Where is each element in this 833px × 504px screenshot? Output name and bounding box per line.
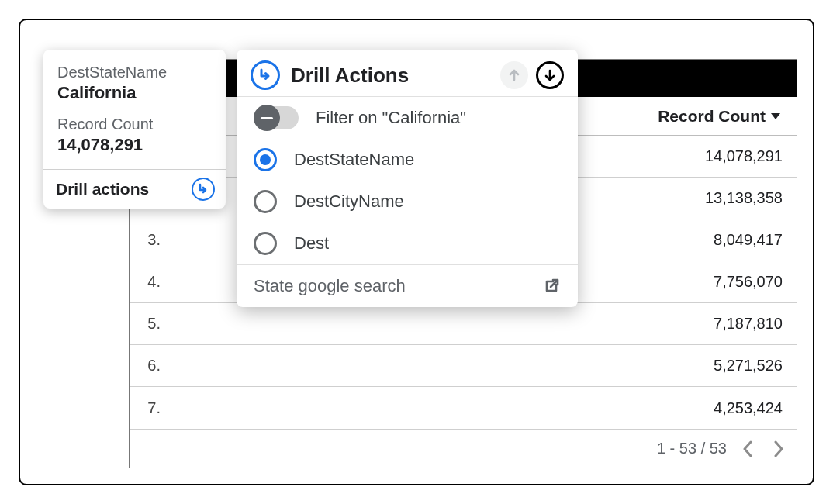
table-row[interactable]: 5. 7,187,810	[130, 303, 797, 345]
row-value: 4,253,424	[714, 399, 797, 417]
drill-option-label: DestCityName	[294, 192, 404, 212]
column-header-label: Record Count	[658, 107, 766, 126]
drill-option-label: Dest	[294, 233, 329, 254]
row-index: 7.	[130, 399, 165, 417]
radio-unselected-icon[interactable]	[254, 190, 277, 213]
column-header-record-count[interactable]: Record Count	[658, 107, 797, 126]
drill-panel-title: Drill Actions	[291, 64, 409, 88]
open-external-icon	[542, 277, 561, 295]
tooltip-field-value: 14,078,291	[57, 135, 212, 155]
tooltip-field-value: California	[57, 83, 212, 103]
sort-desc-icon	[770, 112, 781, 120]
row-value: 8,049,417	[714, 231, 797, 249]
external-link-label: State google search	[254, 276, 406, 296]
row-value: 14,078,291	[705, 147, 797, 165]
page-status: 1 - 53 / 53	[657, 440, 727, 457]
drill-actions-label: Drill actions	[56, 180, 149, 198]
filter-toggle-option[interactable]: Filter on "California"	[237, 97, 578, 139]
drill-down-button[interactable]	[536, 61, 564, 89]
drill-radio-option[interactable]: DestCityName	[237, 181, 578, 223]
radio-selected-icon[interactable]	[254, 148, 277, 171]
radio-unselected-icon[interactable]	[254, 232, 277, 255]
row-index: 6.	[130, 357, 165, 375]
next-page-icon[interactable]	[773, 440, 784, 457]
drill-option-label: DestStateName	[294, 150, 414, 170]
drill-radio-option[interactable]: Dest	[237, 223, 578, 264]
minus-icon	[254, 105, 280, 131]
row-index: 4.	[130, 273, 165, 291]
prev-page-icon[interactable]	[742, 440, 753, 457]
row-value: 7,187,810	[714, 315, 797, 333]
drill-panel-header: Drill Actions	[237, 50, 578, 96]
row-value: 13,138,358	[705, 189, 797, 207]
drill-actions-panel: Drill Actions Filter on "California"	[237, 50, 578, 307]
filter-option-label: Filter on "California"	[316, 108, 466, 128]
row-value: 5,271,526	[714, 357, 797, 375]
table-row[interactable]: 7. 4,253,424	[130, 387, 797, 429]
row-index: 5.	[130, 315, 165, 333]
drill-actions-button[interactable]: Drill actions	[43, 169, 226, 209]
tooltip-field-label: DestStateName	[57, 64, 212, 81]
table-footer: 1 - 53 / 53	[130, 429, 797, 468]
drill-up-button[interactable]	[500, 61, 528, 89]
drill-icon	[192, 178, 215, 201]
external-link-option[interactable]: State google search	[237, 264, 578, 307]
tooltip-card: DestStateName California Record Count 14…	[43, 50, 226, 209]
drill-icon	[251, 60, 280, 90]
row-value: 7,756,070	[714, 273, 797, 291]
tooltip-field-label: Record Count	[57, 116, 212, 133]
table-row[interactable]: 6. 5,271,526	[130, 345, 797, 387]
drill-radio-option[interactable]: DestStateName	[237, 139, 578, 181]
toggle-switch[interactable]	[254, 106, 299, 129]
row-index: 3.	[130, 231, 165, 249]
